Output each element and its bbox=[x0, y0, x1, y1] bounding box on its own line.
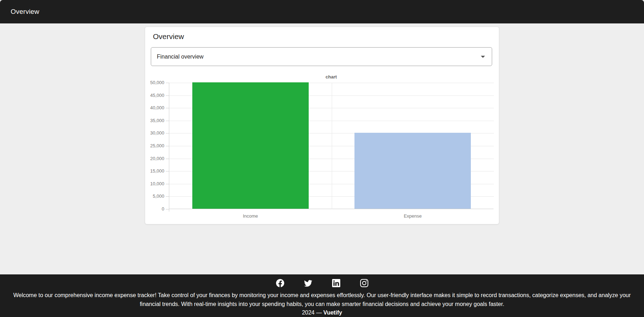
y-tick-mark bbox=[166, 146, 169, 146]
app-bar: Overview bbox=[0, 0, 644, 23]
y-tick-mark bbox=[166, 159, 169, 159]
card-title: Overview bbox=[145, 27, 499, 41]
copyright-year: 2024 — bbox=[302, 310, 323, 316]
y-axis-label: 10,000 bbox=[145, 181, 164, 187]
linkedin-icon bbox=[332, 279, 340, 287]
social-links bbox=[0, 279, 644, 287]
facebook-link[interactable] bbox=[276, 279, 284, 287]
y-tick-mark bbox=[166, 108, 169, 108]
instagram-icon bbox=[360, 279, 368, 287]
linkedin-link[interactable] bbox=[332, 279, 340, 287]
x-axis-label-income: Income bbox=[169, 213, 332, 219]
main-content: Overview Financial overview chart 05,000… bbox=[0, 23, 644, 274]
y-axis-label: 20,000 bbox=[145, 156, 164, 162]
y-tick-mark bbox=[166, 133, 169, 133]
brand-name: Vuetify bbox=[323, 310, 342, 316]
y-tick-mark bbox=[166, 171, 169, 171]
bar-income[interactable] bbox=[192, 82, 309, 209]
y-tick-mark bbox=[166, 121, 169, 121]
app: Overview Overview Financial overview cha… bbox=[0, 0, 644, 317]
twitter-icon bbox=[304, 279, 312, 287]
y-tick-mark bbox=[166, 83, 169, 83]
y-axis-label: 15,000 bbox=[145, 168, 164, 174]
app-bar-title: Overview bbox=[11, 8, 39, 16]
y-axis-label: 40,000 bbox=[145, 105, 164, 111]
x-axis-label-expense: Expense bbox=[332, 213, 494, 219]
y-tick-mark bbox=[166, 95, 169, 96]
footer-copyright: 2024 — Vuetify bbox=[0, 310, 644, 316]
instagram-link[interactable] bbox=[360, 279, 368, 287]
chevron-down-icon bbox=[481, 56, 485, 58]
v-gridline bbox=[332, 83, 332, 209]
y-tick-mark bbox=[166, 184, 169, 184]
y-axis-label: 0 bbox=[145, 206, 164, 212]
y-tick-mark bbox=[166, 196, 169, 197]
footer: Welcome to our comprehensive income expe… bbox=[0, 274, 644, 317]
twitter-link[interactable] bbox=[304, 279, 312, 287]
bar-chart: chart 05,00010,00015,00020,00025,00030,0… bbox=[145, 74, 499, 223]
chart-title: chart bbox=[169, 74, 494, 80]
overview-card: Overview Financial overview chart 05,000… bbox=[145, 27, 499, 224]
y-axis-label: 35,000 bbox=[145, 118, 164, 124]
y-axis-label: 30,000 bbox=[145, 130, 164, 136]
bar-expense[interactable] bbox=[354, 133, 471, 209]
y-axis-label: 45,000 bbox=[145, 93, 164, 98]
facebook-icon bbox=[276, 279, 284, 287]
y-tick-mark bbox=[166, 209, 169, 209]
footer-about-text: Welcome to our comprehensive income expe… bbox=[0, 291, 644, 308]
plot-area: 05,00010,00015,00020,00025,00030,00035,0… bbox=[169, 83, 494, 209]
select-value: Financial overview bbox=[157, 54, 204, 60]
y-axis-label: 25,000 bbox=[145, 143, 164, 149]
y-axis-label: 50,000 bbox=[145, 80, 164, 86]
financial-overview-select[interactable]: Financial overview bbox=[151, 47, 492, 66]
y-axis-label: 5,000 bbox=[145, 193, 164, 199]
